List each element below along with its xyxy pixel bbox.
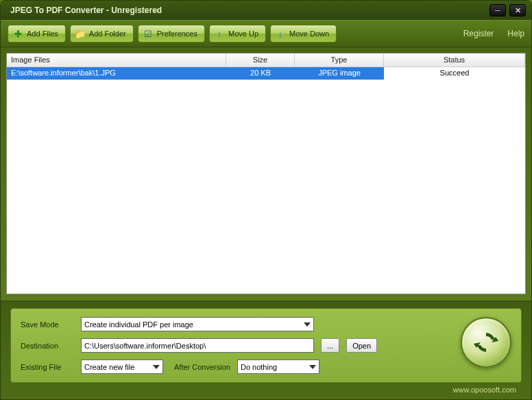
file-list[interactable]: Image Files Size Type Status E:\software… [6, 53, 526, 294]
titlebar: JPEG To PDF Converter - Unregistered ─ ✕ [1, 1, 531, 20]
open-button[interactable]: Open [346, 338, 377, 353]
add-folder-button[interactable]: 📁 Add Folder [70, 25, 134, 43]
main-area: Image Files Size Type Status E:\software… [1, 47, 531, 300]
cell-size: 20 KB [226, 67, 295, 80]
settings-panel: Save Mode Create individual PDF per imag… [10, 308, 522, 383]
preferences-label: Preferences [157, 30, 197, 38]
window-title: JPEG To PDF Converter - Unregistered [6, 5, 486, 15]
list-header: Image Files Size Type Status [7, 54, 525, 67]
register-link[interactable]: Register [463, 29, 494, 38]
move-down-label: Move Down [289, 30, 329, 38]
move-up-label: Move Up [228, 30, 258, 38]
bottom-panel: Save Mode Create individual PDF per imag… [1, 300, 531, 399]
refresh-icon [471, 327, 501, 357]
move-up-button[interactable]: ↑ Move Up [209, 25, 266, 43]
add-files-label: Add Files [27, 30, 58, 38]
move-down-button[interactable]: ↓ Move Down [270, 25, 337, 43]
cell-file: E:\software.informer\bak\1.JPG [7, 67, 226, 80]
preferences-button[interactable]: ☑ Preferences [138, 25, 205, 43]
close-button[interactable]: ✕ [509, 4, 526, 16]
arrow-down-icon: ↓ [275, 28, 286, 39]
col-header-status[interactable]: Status [384, 54, 525, 67]
toolbar: ✚ Add Files 📁 Add Folder ☑ Preferences ↑… [1, 20, 531, 47]
preferences-icon: ☑ [143, 28, 154, 39]
convert-button[interactable] [461, 317, 511, 368]
folder-icon: 📁 [75, 28, 86, 39]
existing-file-label: Existing File [21, 363, 74, 371]
app-window: JPEG To PDF Converter - Unregistered ─ ✕… [0, 0, 532, 400]
close-icon: ✕ [515, 6, 521, 15]
destination-row: Destination ... Open [21, 338, 451, 353]
add-folder-label: Add Folder [89, 30, 126, 38]
browse-button[interactable]: ... [321, 338, 339, 353]
existing-file-select[interactable]: Create new file [81, 360, 163, 374]
minimize-button[interactable]: ─ [489, 4, 506, 16]
settings-left: Save Mode Create individual PDF per imag… [21, 317, 451, 374]
save-mode-label: Save Mode [21, 320, 74, 329]
cell-type: JPEG image [295, 67, 384, 80]
col-header-type[interactable]: Type [295, 54, 384, 67]
table-row[interactable]: E:\software.informer\bak\1.JPG 20 KB JPE… [7, 67, 525, 80]
footer-link[interactable]: www.opoosoft.com [10, 383, 522, 394]
existing-row: Existing File Create new file After Conv… [21, 360, 451, 374]
col-header-size[interactable]: Size [226, 54, 295, 67]
destination-label: Destination [21, 342, 74, 350]
save-mode-row: Save Mode Create individual PDF per imag… [21, 317, 451, 331]
plus-icon: ✚ [12, 28, 23, 39]
col-header-file[interactable]: Image Files [7, 54, 226, 67]
add-files-button[interactable]: ✚ Add Files [8, 25, 66, 43]
after-conversion-select[interactable]: Do nothing [237, 360, 319, 374]
cell-status: Succeed [384, 67, 525, 80]
minimize-icon: ─ [495, 6, 500, 14]
save-mode-select[interactable]: Create individual PDF per image [81, 317, 314, 331]
destination-input[interactable] [81, 338, 314, 353]
help-link[interactable]: Help [507, 29, 524, 38]
arrow-up-icon: ↑ [214, 28, 225, 39]
after-conversion-label: After Conversion [174, 363, 230, 371]
